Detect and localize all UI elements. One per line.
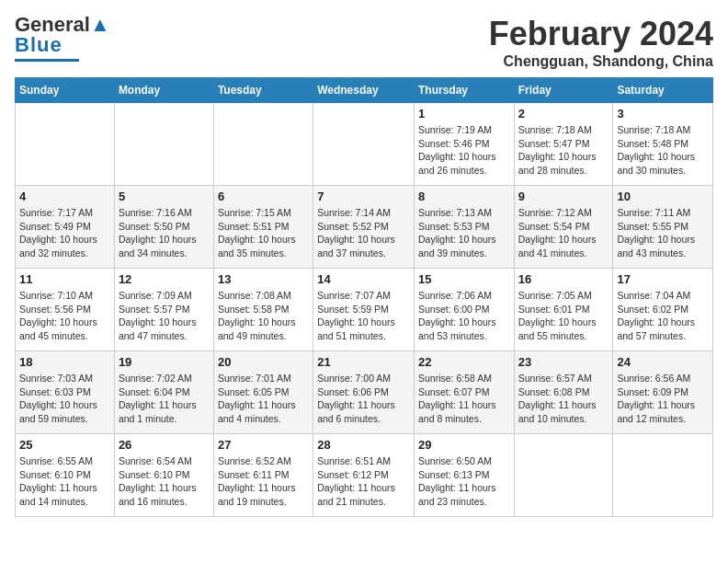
day-number: 22 [418, 355, 510, 369]
day-number: 20 [218, 355, 309, 369]
day-info: Sunrise: 7:13 AMSunset: 5:53 PMDaylight:… [418, 206, 510, 260]
day-cell: 25Sunrise: 6:55 AMSunset: 6:10 PMDayligh… [16, 434, 115, 517]
day-cell: 24Sunrise: 6:56 AMSunset: 6:09 PMDayligh… [613, 351, 713, 434]
week-row-5: 25Sunrise: 6:55 AMSunset: 6:10 PMDayligh… [16, 434, 713, 517]
logo: General▲ Blue [15, 15, 110, 62]
day-number: 2 [518, 107, 609, 121]
day-number: 23 [518, 355, 609, 369]
day-cell [114, 103, 213, 186]
day-number: 7 [317, 190, 410, 203]
day-info: Sunrise: 6:54 AMSunset: 6:10 PMDaylight:… [119, 454, 210, 509]
day-info: Sunrise: 7:09 AMSunset: 5:57 PMDaylight:… [119, 289, 210, 343]
day-info: Sunrise: 7:02 AMSunset: 6:04 PMDaylight:… [119, 372, 210, 426]
day-cell: 21Sunrise: 7:00 AMSunset: 6:06 PMDayligh… [313, 351, 415, 434]
day-cell [313, 103, 415, 186]
logo-text: General▲ [15, 15, 110, 35]
day-info: Sunrise: 6:56 AMSunset: 6:09 PMDaylight:… [617, 372, 709, 426]
day-cell: 8Sunrise: 7:13 AMSunset: 5:53 PMDaylight… [414, 186, 514, 269]
calendar-header: SundayMondayTuesdayWednesdayThursdayFrid… [16, 78, 713, 103]
day-info: Sunrise: 7:17 AMSunset: 5:49 PMDaylight:… [19, 206, 110, 260]
day-number: 12 [119, 272, 210, 286]
day-number: 17 [617, 272, 709, 286]
location-title: Chengguan, Shandong, China [489, 53, 713, 70]
day-info: Sunrise: 7:06 AMSunset: 6:00 PMDaylight:… [418, 289, 510, 343]
day-number: 24 [617, 355, 709, 369]
day-cell: 29Sunrise: 6:50 AMSunset: 6:13 PMDayligh… [414, 434, 514, 517]
day-number: 3 [617, 107, 709, 121]
day-number: 14 [317, 272, 410, 286]
day-info: Sunrise: 6:51 AMSunset: 6:12 PMDaylight:… [317, 454, 410, 509]
day-info: Sunrise: 7:10 AMSunset: 5:56 PMDaylight:… [19, 289, 110, 343]
day-cell: 9Sunrise: 7:12 AMSunset: 5:54 PMDaylight… [514, 186, 613, 269]
day-info: Sunrise: 6:50 AMSunset: 6:13 PMDaylight:… [418, 454, 510, 509]
day-cell: 17Sunrise: 7:04 AMSunset: 6:02 PMDayligh… [613, 269, 713, 351]
day-number: 5 [119, 190, 210, 203]
day-info: Sunrise: 7:16 AMSunset: 5:50 PMDaylight:… [119, 206, 210, 260]
week-row-2: 4Sunrise: 7:17 AMSunset: 5:49 PMDaylight… [16, 186, 713, 269]
month-title: February 2024 [489, 15, 713, 53]
day-cell: 11Sunrise: 7:10 AMSunset: 5:56 PMDayligh… [16, 269, 115, 351]
week-row-1: 1Sunrise: 7:19 AMSunset: 5:46 PMDaylight… [16, 103, 713, 186]
day-number: 10 [617, 190, 709, 203]
day-cell: 6Sunrise: 7:15 AMSunset: 5:51 PMDaylight… [213, 186, 313, 269]
header-cell-tuesday: Tuesday [213, 78, 313, 103]
day-cell: 16Sunrise: 7:05 AMSunset: 6:01 PMDayligh… [514, 269, 613, 351]
day-cell: 1Sunrise: 7:19 AMSunset: 5:46 PMDaylight… [414, 103, 514, 186]
logo-line [15, 59, 79, 62]
day-number: 4 [19, 190, 110, 203]
day-info: Sunrise: 6:58 AMSunset: 6:07 PMDaylight:… [418, 372, 510, 426]
day-cell: 10Sunrise: 7:11 AMSunset: 5:55 PMDayligh… [613, 186, 713, 269]
day-number: 1 [418, 107, 510, 121]
day-cell [213, 103, 313, 186]
day-info: Sunrise: 6:55 AMSunset: 6:10 PMDaylight:… [19, 454, 110, 509]
day-cell: 5Sunrise: 7:16 AMSunset: 5:50 PMDaylight… [114, 186, 213, 269]
header-cell-monday: Monday [114, 78, 213, 103]
header-cell-thursday: Thursday [414, 78, 514, 103]
day-number: 26 [119, 438, 210, 452]
day-cell [613, 434, 713, 517]
day-number: 16 [518, 272, 609, 286]
day-cell: 13Sunrise: 7:08 AMSunset: 5:58 PMDayligh… [213, 269, 313, 351]
header-row: SundayMondayTuesdayWednesdayThursdayFrid… [16, 78, 713, 103]
day-number: 11 [19, 272, 110, 286]
title-block: February 2024 Chengguan, Shandong, China [489, 15, 713, 70]
week-row-3: 11Sunrise: 7:10 AMSunset: 5:56 PMDayligh… [16, 269, 713, 351]
day-info: Sunrise: 7:15 AMSunset: 5:51 PMDaylight:… [218, 206, 309, 260]
day-info: Sunrise: 7:07 AMSunset: 5:59 PMDaylight:… [317, 289, 410, 343]
day-info: Sunrise: 7:05 AMSunset: 6:01 PMDaylight:… [518, 289, 609, 343]
header-cell-wednesday: Wednesday [313, 78, 415, 103]
day-info: Sunrise: 7:12 AMSunset: 5:54 PMDaylight:… [518, 206, 609, 260]
day-number: 6 [218, 190, 309, 203]
page-header: General▲ Blue February 2024 Chengguan, S… [15, 15, 713, 70]
day-cell: 20Sunrise: 7:01 AMSunset: 6:05 PMDayligh… [213, 351, 313, 434]
week-row-4: 18Sunrise: 7:03 AMSunset: 6:03 PMDayligh… [16, 351, 713, 434]
day-cell: 15Sunrise: 7:06 AMSunset: 6:00 PMDayligh… [414, 269, 514, 351]
day-cell: 14Sunrise: 7:07 AMSunset: 5:59 PMDayligh… [313, 269, 415, 351]
day-info: Sunrise: 7:14 AMSunset: 5:52 PMDaylight:… [317, 206, 410, 260]
day-number: 13 [218, 272, 309, 286]
day-cell: 12Sunrise: 7:09 AMSunset: 5:57 PMDayligh… [114, 269, 213, 351]
day-cell [514, 434, 613, 517]
day-number: 25 [19, 438, 110, 452]
day-info: Sunrise: 7:04 AMSunset: 6:02 PMDaylight:… [617, 289, 709, 343]
logo-blue: Blue [15, 33, 63, 57]
day-info: Sunrise: 7:11 AMSunset: 5:55 PMDaylight:… [617, 206, 709, 260]
day-number: 15 [418, 272, 510, 286]
day-cell: 4Sunrise: 7:17 AMSunset: 5:49 PMDaylight… [16, 186, 115, 269]
day-number: 18 [19, 355, 110, 369]
header-cell-sunday: Sunday [16, 78, 115, 103]
day-number: 9 [518, 190, 609, 203]
day-cell: 23Sunrise: 6:57 AMSunset: 6:08 PMDayligh… [514, 351, 613, 434]
day-number: 28 [317, 438, 410, 452]
day-cell: 26Sunrise: 6:54 AMSunset: 6:10 PMDayligh… [114, 434, 213, 517]
header-cell-friday: Friday [514, 78, 613, 103]
day-info: Sunrise: 6:57 AMSunset: 6:08 PMDaylight:… [518, 372, 609, 426]
day-cell: 27Sunrise: 6:52 AMSunset: 6:11 PMDayligh… [213, 434, 313, 517]
day-number: 29 [418, 438, 510, 452]
day-info: Sunrise: 7:19 AMSunset: 5:46 PMDaylight:… [418, 123, 510, 178]
day-cell: 19Sunrise: 7:02 AMSunset: 6:04 PMDayligh… [114, 351, 213, 434]
day-info: Sunrise: 7:18 AMSunset: 5:47 PMDaylight:… [518, 123, 609, 178]
day-number: 19 [119, 355, 210, 369]
day-cell [16, 103, 115, 186]
day-info: Sunrise: 7:01 AMSunset: 6:05 PMDaylight:… [218, 372, 309, 426]
